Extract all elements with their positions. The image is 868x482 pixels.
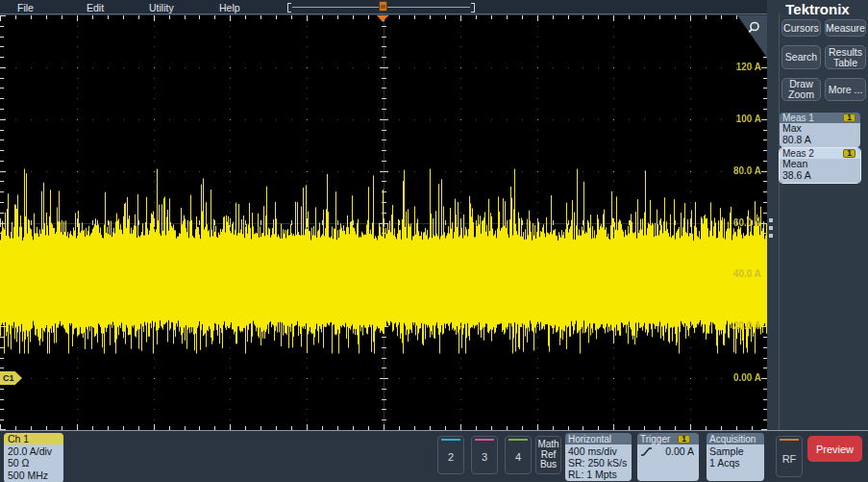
- channel1-settings: 20.0 A/div 50 Ω 500 MHz: [4, 444, 63, 482]
- y-axis-labels: 120 A100 A80.0 A60.0 A40.0 A20.0 A0.00 A: [0, 15, 767, 430]
- sidebar-divider: [779, 13, 780, 430]
- channel1-bandwidth: 500 MHz: [8, 469, 60, 481]
- waveform-display[interactable]: 120 A100 A80.0 A60.0 A40.0 A20.0 A0.00 A…: [0, 15, 767, 430]
- meas2-source-badge: 1: [843, 149, 856, 158]
- hslider-right-bracket: [471, 3, 475, 13]
- trigger-position-icon[interactable]: [377, 15, 388, 22]
- bottom-bar: Ch 1 20.0 A/div 50 Ω 500 MHz 2 3 4 Math …: [0, 430, 868, 482]
- trigger-header: Trigger 1: [637, 433, 699, 444]
- y-axis-label: 60.0 A: [733, 217, 761, 229]
- rf-button[interactable]: RF: [776, 436, 803, 477]
- channel3-button[interactable]: 3: [471, 436, 498, 474]
- y-axis-label: 100 A: [736, 114, 761, 125]
- acquisition-settings: Sample 1 Acqs: [707, 444, 764, 481]
- y-axis-label: 80.0 A: [733, 165, 761, 177]
- math-ref-bus-button[interactable]: Math Ref Bus: [535, 436, 561, 474]
- trigger-title: Trigger: [640, 434, 670, 444]
- trigger-source-badge: 1: [678, 435, 690, 444]
- trigger-level: 0.00 A: [665, 445, 696, 457]
- search-button[interactable]: Search: [781, 45, 821, 69]
- meas1-type: Max: [782, 123, 857, 135]
- channel3-label: 3: [482, 441, 487, 473]
- measure-button[interactable]: Measure: [825, 19, 866, 37]
- horizontal-settings: 400 ms/div SR: 250 kS/s RL: 1 Mpts: [565, 444, 632, 481]
- meas1-value: 80.8 A: [782, 135, 857, 146]
- trigger-settings: 0.00 A: [637, 444, 699, 481]
- tektronix-logo: Tektronix: [767, 1, 868, 17]
- y-axis-label: 0.00 A: [733, 372, 761, 384]
- results-table-button[interactable]: Results Table: [825, 45, 866, 69]
- meas2-type: Mean: [782, 159, 857, 170]
- more-button[interactable]: More ...: [825, 78, 866, 101]
- oscilloscope-app: File Edit Utility Help 120 A100 A80.0 A6…: [0, 0, 868, 482]
- meas2-panel[interactable]: Meas 2 1 Mean 38.6 A: [780, 148, 860, 183]
- meas1-body: Max 80.8 A: [780, 123, 860, 147]
- menu-help[interactable]: Help: [219, 2, 240, 13]
- menu-bar: File Edit Utility Help: [0, 0, 767, 14]
- hslider-trigger-marker[interactable]: [379, 1, 387, 12]
- trigger-slope-icon: [640, 446, 653, 457]
- channel1-scale: 20.0 A/div: [8, 445, 60, 457]
- acquisition-header: Acquisition: [707, 433, 764, 444]
- sidebar: Tektronix Cursors Measure Search Results…: [767, 0, 868, 430]
- panel-drag-handle[interactable]: [769, 218, 773, 241]
- acquisition-panel[interactable]: Acquisition Sample 1 Acqs: [707, 433, 764, 481]
- acquisition-mode: Sample: [709, 445, 761, 457]
- acquisition-count: 1 Acqs: [709, 457, 761, 469]
- hslider-left-bracket: [287, 3, 291, 13]
- cursors-button[interactable]: Cursors: [781, 19, 821, 37]
- channel4-button[interactable]: 4: [505, 436, 532, 474]
- y-axis-label: 20.0 A: [733, 320, 761, 332]
- menu-edit[interactable]: Edit: [87, 2, 104, 13]
- y-axis-label: 40.0 A: [733, 268, 761, 280]
- meas1-source-badge: 1: [843, 114, 856, 122]
- rf-label: RF: [782, 441, 797, 476]
- channel1-impedance: 50 Ω: [8, 457, 60, 469]
- trigger-panel[interactable]: Trigger 1 0.00 A: [637, 433, 699, 481]
- menu-utility[interactable]: Utility: [149, 2, 174, 13]
- horizontal-panel[interactable]: Horizontal 400 ms/div SR: 250 kS/s RL: 1…: [565, 433, 632, 481]
- sidebar-buttons: Cursors Measure Search Results Table Dra…: [781, 19, 866, 101]
- y-axis-label: 120 A: [736, 62, 761, 73]
- channel1-title: Ch 1: [4, 433, 63, 444]
- draw-zoom-button[interactable]: Draw Zoom: [781, 78, 821, 101]
- horizontal-record-length: RL: 1 Mpts: [568, 469, 629, 480]
- meas2-body: Mean 38.6 A: [780, 159, 860, 183]
- meas2-value: 38.6 A: [782, 170, 857, 182]
- horizontal-sample-rate: SR: 250 kS/s: [568, 457, 629, 469]
- channel2-label: 2: [448, 441, 454, 473]
- menu-file[interactable]: File: [17, 2, 34, 13]
- meas1-panel[interactable]: Meas 1 1 Max 80.8 A: [780, 113, 860, 147]
- horizontal-scale: 400 ms/div: [568, 445, 629, 457]
- channel2-button[interactable]: 2: [437, 436, 464, 474]
- horizontal-header: Horizontal: [565, 433, 632, 444]
- channel4-label: 4: [515, 441, 521, 473]
- channel1-badge[interactable]: Ch 1 20.0 A/div 50 Ω 500 MHz: [4, 433, 63, 482]
- preview-button[interactable]: Preview: [807, 436, 862, 462]
